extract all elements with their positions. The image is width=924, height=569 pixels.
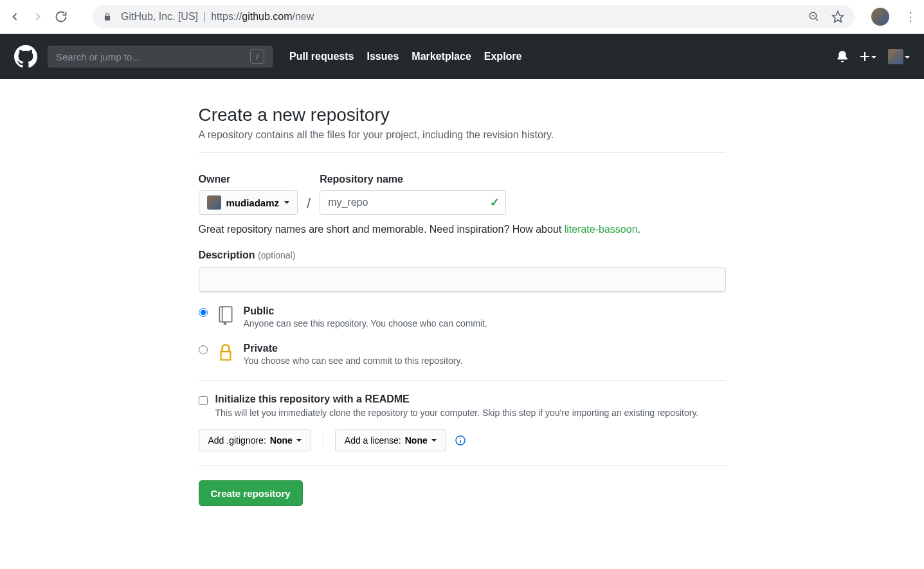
svg-rect-4	[219, 307, 231, 322]
suggestion-link[interactable]: literate-bassoon	[565, 224, 638, 235]
svg-line-1	[815, 18, 818, 21]
nav-pull-requests[interactable]: Pull requests	[289, 51, 354, 62]
lock-icon	[217, 343, 235, 362]
repo-icon	[217, 305, 235, 325]
divider	[199, 292, 726, 293]
name-hint: Great repository names are short and mem…	[199, 224, 726, 235]
forward-button[interactable]	[31, 10, 45, 24]
init-readme-checkbox[interactable]	[199, 396, 208, 405]
search-input[interactable]	[56, 51, 250, 62]
notifications-icon[interactable]	[837, 51, 848, 62]
reponame-label: Repository name	[320, 174, 506, 185]
user-menu-dropdown[interactable]	[888, 49, 910, 64]
owner-avatar	[207, 195, 221, 210]
svg-point-10	[460, 438, 461, 439]
main-content: Create a new repository A repository con…	[199, 79, 726, 545]
nav-explore[interactable]: Explore	[484, 51, 522, 62]
visibility-private-option[interactable]: Private You choose who can see and commi…	[199, 343, 726, 366]
private-radio[interactable]	[199, 345, 208, 354]
github-logo-icon[interactable]	[14, 45, 37, 68]
chevron-down-icon	[284, 201, 289, 206]
create-repository-button[interactable]: Create repository	[199, 480, 303, 506]
browser-toolbar: GitHub, Inc. [US]|https://github.com/new…	[0, 0, 924, 34]
private-desc: You choose who can see and commit to thi…	[244, 356, 463, 366]
back-button[interactable]	[8, 10, 22, 24]
create-new-dropdown[interactable]	[860, 51, 876, 62]
browser-menu-icon[interactable]: ⋮	[905, 10, 916, 24]
divider	[199, 152, 726, 153]
reload-button[interactable]	[54, 10, 68, 24]
page-subtitle: A repository contains all the files for …	[199, 129, 726, 141]
init-readme-desc: This will let you immediately clone the …	[215, 408, 726, 418]
svg-marker-3	[833, 12, 844, 23]
star-icon[interactable]	[831, 10, 844, 23]
svg-rect-7	[221, 352, 230, 359]
divider	[199, 465, 726, 466]
gitignore-select-button[interactable]: Add .gitignore: None	[199, 429, 311, 451]
chevron-down-icon	[296, 439, 302, 444]
info-icon[interactable]	[455, 435, 466, 446]
private-title: Private	[244, 343, 463, 354]
path-separator: /	[307, 195, 311, 212]
page-title: Create a new repository	[199, 105, 726, 125]
check-icon: ✓	[490, 195, 500, 210]
divider	[199, 380, 726, 381]
lock-icon	[103, 12, 112, 21]
github-nav: Pull requests Issues Marketplace Explore	[289, 51, 521, 62]
public-title: Public	[244, 305, 488, 317]
browser-profile-avatar[interactable]	[871, 8, 889, 26]
zoom-icon[interactable]	[808, 11, 820, 23]
description-label: Description (optional)	[199, 249, 296, 260]
user-avatar	[888, 49, 903, 64]
nav-marketplace[interactable]: Marketplace	[412, 51, 471, 62]
github-header: / Pull requests Issues Marketplace Explo…	[0, 34, 924, 79]
license-select-button[interactable]: Add a license: None	[335, 429, 446, 451]
github-search[interactable]: /	[48, 46, 273, 68]
owner-label: Owner	[199, 174, 298, 185]
public-desc: Anyone can see this repository. You choo…	[244, 318, 488, 329]
chevron-down-icon	[431, 439, 437, 444]
slash-key-hint: /	[250, 50, 264, 64]
address-bar[interactable]: GitHub, Inc. [US]|https://github.com/new	[93, 5, 855, 28]
nav-issues[interactable]: Issues	[367, 51, 399, 62]
repo-name-input[interactable]	[320, 190, 506, 215]
address-text: GitHub, Inc. [US]|https://github.com/new	[121, 11, 314, 23]
description-input[interactable]	[199, 267, 726, 292]
owner-name: mudiadamz	[226, 197, 280, 208]
public-radio[interactable]	[199, 308, 208, 317]
separator	[323, 432, 323, 449]
owner-select-button[interactable]: mudiadamz	[199, 190, 298, 215]
visibility-public-option[interactable]: Public Anyone can see this repository. Y…	[199, 305, 726, 329]
init-readme-label: Initialize this repository with a README	[215, 393, 410, 405]
